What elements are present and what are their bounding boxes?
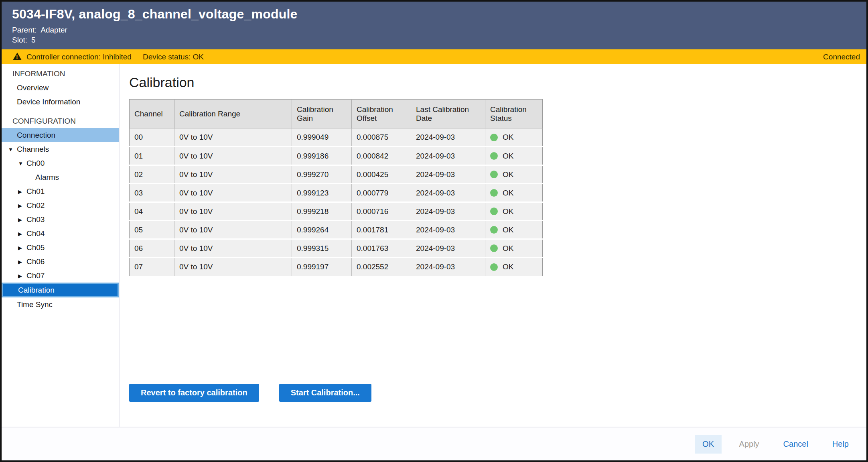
cancel-button[interactable]: Cancel [777,435,815,454]
sidebar-item-connection[interactable]: Connection [2,128,119,142]
start-calibration-button[interactable]: Start Calibration... [279,384,371,402]
sidebar-item-ch01[interactable]: ▶Ch01 [2,184,119,198]
help-button[interactable]: Help [826,435,855,454]
sidebar-item-device-information[interactable]: Device Information [2,95,119,109]
chevron-right-icon[interactable]: ▶ [18,230,22,236]
cell-date: 2024-09-03 [411,184,485,202]
cell-date: 2024-09-03 [411,128,485,147]
cell-status: OK [485,202,543,221]
cell-gain: 0.999270 [292,165,352,184]
sidebar-label: Calibration [18,286,55,295]
sidebar-item-ch06[interactable]: ▶Ch06 [2,254,119,269]
sidebar-label: Device Information [17,98,80,106]
chevron-right-icon[interactable]: ▶ [18,258,22,265]
window-title: 5034-IF8V, analog_8_channel_voltage_modu… [12,7,858,22]
table-row-channel-06: 060V to 10V0.9993150.0017632024-09-03OK [130,239,543,258]
cell-range: 0V to 10V [174,128,292,147]
cell-date: 2024-09-03 [411,147,485,165]
status-ok-dot-icon [490,244,498,252]
column-header-calibration-status: Calibration Status [485,100,543,128]
main-area: INFORMATIONOverviewDevice InformationCON… [2,64,866,427]
table-row-channel-03: 030V to 10V0.9991230.0007792024-09-03OK [130,184,543,202]
sidebar-label: Overview [17,83,49,92]
calibration-actions: Revert to factory calibration Start Cali… [129,384,858,402]
apply-button: Apply [733,435,766,454]
chevron-right-icon[interactable]: ▶ [18,202,22,208]
sidebar-label: Ch05 [26,243,45,252]
slot-value: 5 [31,36,36,44]
sidebar-item-ch05[interactable]: ▶Ch05 [2,240,119,254]
sidebar-item-ch03[interactable]: ▶Ch03 [2,212,119,226]
column-header-last-calibration-date: Last Calibration Date [411,100,485,128]
cell-offset: 0.000425 [352,165,411,184]
cell-status: OK [485,221,543,239]
sidebar-section-configuration: CONFIGURATION [2,114,119,128]
cell-status: OK [485,165,543,184]
status-warning-bar: Controller connection: Inhibited Device … [2,49,866,64]
cell-channel: 02 [130,165,174,184]
content-pane: Calibration ChannelCalibration RangeCali… [120,64,866,427]
cell-date: 2024-09-03 [411,165,485,184]
connected-status: Connected [823,53,860,61]
sidebar-nav: INFORMATIONOverviewDevice InformationCON… [2,64,120,427]
sidebar-label: Ch07 [26,271,45,280]
sidebar-item-calibration[interactable]: Calibration [2,283,119,297]
sidebar-label: Alarms [35,173,59,182]
sidebar-section-information: INFORMATION [2,67,119,81]
table-row-channel-07: 070V to 10V0.9991970.0025522024-09-03OK [130,258,543,276]
cell-offset: 0.002552 [352,258,411,276]
cell-status: OK [485,147,543,165]
cell-gain: 0.999315 [292,239,352,258]
cell-gain: 0.999123 [292,184,352,202]
cell-range: 0V to 10V [174,147,292,165]
status-ok-dot-icon [490,134,498,141]
cell-range: 0V to 10V [174,239,292,258]
chevron-down-icon[interactable]: ▼ [8,146,13,152]
cell-channel: 07 [130,258,174,276]
chevron-down-icon[interactable]: ▼ [18,160,23,166]
sidebar-label: Channels [17,145,49,154]
page-title: Calibration [129,75,858,90]
calibration-table: ChannelCalibration RangeCalibration Gain… [129,99,543,276]
column-header-channel: Channel [130,100,174,128]
sidebar-item-channels[interactable]: ▼Channels [2,142,119,156]
chevron-right-icon[interactable]: ▶ [18,188,22,194]
cell-channel: 06 [130,239,174,258]
dialog-footer: OKApplyCancelHelp [2,427,866,460]
ok-button[interactable]: OK [695,435,722,454]
cell-range: 0V to 10V [174,221,292,239]
cell-status: OK [485,128,543,147]
sidebar-item-time-sync[interactable]: Time Sync [2,297,119,311]
sidebar-item-ch07[interactable]: ▶Ch07 [2,269,119,283]
status-text: OK [503,170,513,179]
parent-line: Parent:Adapter [12,26,858,35]
sidebar-item-overview[interactable]: Overview [2,81,119,95]
chevron-right-icon[interactable]: ▶ [18,244,22,250]
sidebar-label: Connection [17,131,55,140]
table-row-channel-04: 040V to 10V0.9992180.0007162024-09-03OK [130,202,543,221]
cell-status: OK [485,184,543,202]
cell-status: OK [485,258,543,276]
status-ok-dot-icon [490,263,498,271]
sidebar-item-alarms[interactable]: Alarms [2,170,119,184]
sidebar-label: Time Sync [17,300,53,309]
sidebar-item-ch00[interactable]: ▼Ch00 [2,156,119,170]
cell-status: OK [485,239,543,258]
revert-factory-calibration-button[interactable]: Revert to factory calibration [129,384,259,402]
chevron-right-icon[interactable]: ▶ [18,273,22,279]
cell-gain: 0.999264 [292,221,352,239]
sidebar-label: CONFIGURATION [12,117,76,126]
table-row-channel-02: 020V to 10V0.9992700.0004252024-09-03OK [130,165,543,184]
table-row-channel-01: 010V to 10V0.9991860.0008422024-09-03OK [130,147,543,165]
cell-gain: 0.999197 [292,258,352,276]
status-ok-dot-icon [490,171,498,178]
cell-offset: 0.000842 [352,147,411,165]
sidebar-item-ch02[interactable]: ▶Ch02 [2,198,119,212]
sidebar-item-ch04[interactable]: ▶Ch04 [2,226,119,240]
cell-offset: 0.001781 [352,221,411,239]
chevron-right-icon[interactable]: ▶ [18,216,22,222]
status-text: OK [503,226,513,234]
status-text: OK [503,263,513,271]
controller-connection-status: Controller connection: Inhibited [26,53,132,61]
status-text: OK [503,133,513,142]
